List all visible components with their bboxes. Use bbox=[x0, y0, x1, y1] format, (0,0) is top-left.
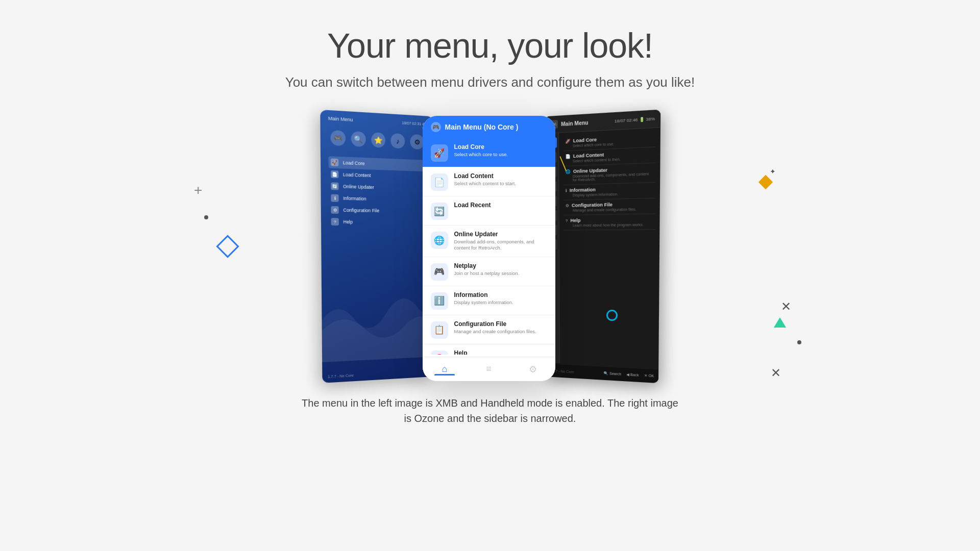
phone-item-loadcontent[interactable]: 📄 Load Content Select which content to s… bbox=[423, 167, 555, 196]
phone-item-info[interactable]: ℹ️ Information Display system informatio… bbox=[423, 286, 555, 315]
phone-item-title-loadrecent: Load Recent bbox=[454, 202, 491, 209]
phone-item-icon-loadcontent: 📄 bbox=[431, 173, 448, 191]
xmb-icon-gamepad: 🎮 bbox=[330, 130, 345, 146]
phone-screen: 🎮 Main Menu (No Core ) 🚀 Load Core Selec… bbox=[423, 116, 555, 381]
ozone-item-title-help: Help bbox=[570, 218, 580, 223]
xmb-item-icon-loadcore: 🚀 bbox=[330, 159, 338, 166]
deco-plus-1: + bbox=[194, 182, 202, 198]
xmb-item-icon-info: ℹ bbox=[331, 194, 338, 202]
xmb-item-icon-updater: 🔄 bbox=[331, 182, 338, 190]
phone-bottom-nav: ⌂ ≡ ⚙ bbox=[423, 357, 555, 381]
xmb-icon-settings: ⚙ bbox=[410, 134, 424, 149]
ozone-footer-ok[interactable]: ✕ OK bbox=[644, 373, 654, 378]
ozone-screen: 🎮 Main Menu 18/07 02:46 🔋 38% 🎮 ⚙ ⭐ 🕐 🖼 … bbox=[544, 110, 660, 384]
page-content: Your menu, your look! You can switch bet… bbox=[0, 0, 980, 426]
deco-diamond-outline bbox=[216, 235, 239, 258]
xmb-item-label-help: Help bbox=[343, 219, 353, 225]
ozone-item-title-loadcore: Load Core bbox=[573, 137, 596, 143]
xmb-item-label-loadcontent: Load Content bbox=[342, 172, 371, 178]
phone-item-loadcore[interactable]: 🚀 Load Core Select which core to use. bbox=[423, 138, 555, 167]
phone-item-title-loadcore: Load Core bbox=[454, 143, 508, 151]
phone-item-sub-config: Manage and create configuration files. bbox=[454, 329, 536, 335]
phone-item-icon-help: ❓ bbox=[431, 350, 448, 355]
ozone-item-icon-config: ⚙ bbox=[565, 203, 569, 208]
phone-item-icon-updater: 🌐 bbox=[431, 232, 448, 249]
deco-diamond-filled bbox=[758, 175, 773, 189]
xmb-title: Main Menu bbox=[328, 116, 353, 122]
deco-x-1: ✕ bbox=[781, 299, 791, 314]
ozone-body: 🎮 ⚙ ⭐ 🕐 🖼 ♪ 🎧 + 🚀 Load Core Se bbox=[544, 128, 660, 368]
phone-nav-settings-icon[interactable]: ⚙ bbox=[527, 363, 539, 375]
ozone-title: Main Menu bbox=[561, 119, 588, 127]
deco-triangle-1 bbox=[774, 317, 786, 328]
phone-item-icon-info: ℹ️ bbox=[431, 292, 448, 310]
ozone-item-icon-info: ℹ bbox=[565, 188, 567, 193]
ozone-item-config[interactable]: ⚙ Configuration File Manage and create c… bbox=[563, 198, 655, 215]
phone-item-sub-info: Display system information. bbox=[454, 299, 513, 306]
phone-item-icon-netplay: 🎮 bbox=[431, 263, 448, 281]
ozone-menu: 🚀 Load Core Select which core to use. 📄 … bbox=[559, 128, 660, 368]
ozone-item-icon-help: ? bbox=[565, 218, 568, 223]
ozone-item-updater[interactable]: 🌐 Online Updater Download add-ons, compo… bbox=[563, 163, 655, 186]
ozone-item-icon-updater: 🌐 bbox=[565, 169, 570, 174]
phone-item-title-help: Help bbox=[454, 349, 546, 355]
xmb-time: 18/07 02:31 45 bbox=[402, 121, 426, 126]
ozone-item-icon-loadcore: 🚀 bbox=[565, 139, 570, 144]
xmb-icon-music: ♪ bbox=[390, 133, 405, 148]
phone-item-title-loadcontent: Load Content bbox=[454, 172, 516, 180]
phone-item-help[interactable]: ❓ Help Learn more about how the program … bbox=[423, 344, 555, 355]
phone-item-sub-loadcontent: Select which content to start. bbox=[454, 181, 516, 187]
phone-item-sub-netplay: Join or host a netplay session. bbox=[454, 270, 520, 277]
ozone-item-sub-help: Learn more about how the program works. bbox=[565, 223, 652, 228]
phone-item-title-info: Information bbox=[454, 291, 513, 298]
ozone-footer-back[interactable]: ◀ Back bbox=[626, 372, 639, 377]
phone-item-title-updater: Online Updater bbox=[454, 231, 547, 238]
phone-item-title-config: Configuration File bbox=[454, 320, 536, 328]
phone-nav-menu-icon[interactable]: ≡ bbox=[482, 363, 495, 375]
ozone-item-help[interactable]: ? Help Learn more about how the program … bbox=[563, 214, 655, 231]
caption: The menu in the left image is XMB and Ha… bbox=[299, 395, 681, 426]
phone-item-icon-loadcore: 🚀 bbox=[431, 144, 448, 162]
deco-dot-1 bbox=[204, 215, 208, 219]
ozone-item-icon-loadcontent: 📄 bbox=[565, 154, 570, 159]
ozone-footer-search[interactable]: 🔍 Search bbox=[603, 371, 621, 377]
page-title: Your menu, your look! bbox=[327, 26, 653, 65]
phone-item-icon-config: 📋 bbox=[431, 321, 448, 339]
phone-header: 🎮 Main Menu (No Core ) bbox=[423, 116, 555, 138]
xmb-item-icon-config: ⚙ bbox=[331, 206, 338, 214]
xmb-item-label-loadcore: Load Core bbox=[342, 160, 364, 166]
phone-item-netplay[interactable]: 🎮 Netplay Join or host a netplay session… bbox=[423, 257, 555, 286]
phone-item-sub-loadcore: Select which core to use. bbox=[454, 152, 508, 158]
xmb-wave bbox=[321, 277, 432, 362]
deco-x-2: ✕ bbox=[771, 366, 781, 380]
xmb-icons-row: 🎮 🔍 ⭐ ♪ ⚙ bbox=[328, 130, 426, 150]
ozone-time-battery: 18/07 02:46 🔋 38% bbox=[614, 116, 654, 123]
xmb-item-icon-help: ? bbox=[331, 218, 338, 226]
phone-item-updater[interactable]: 🌐 Online Updater Download add-ons, compo… bbox=[423, 226, 555, 257]
ozone-item-title-config: Configuration File bbox=[571, 202, 612, 208]
xmb-screen: Main Menu 18/07 02:31 45 🎮 🔍 ⭐ ♪ ⚙ 🚀 Loa… bbox=[320, 110, 433, 383]
phone-header-icon: 🎮 bbox=[431, 122, 441, 132]
phone-header-title: Main Menu (No Core ) bbox=[445, 123, 519, 131]
ozone-footer-buttons: 🔍 Search ◀ Back ✕ OK bbox=[603, 371, 654, 379]
page-subtitle: You can switch between menu drivers and … bbox=[285, 74, 695, 90]
xmb-item-config[interactable]: ⚙ Configuration File bbox=[329, 204, 426, 217]
xmb-item-icon-loadcontent: 📄 bbox=[330, 170, 338, 178]
phone-item-config[interactable]: 📋 Configuration File Manage and create c… bbox=[423, 315, 555, 344]
xmb-icon-star: ⭐ bbox=[371, 132, 385, 148]
deco-star: ✦ bbox=[770, 167, 776, 176]
xmb-item-label-updater: Online Updater bbox=[343, 184, 374, 190]
deco-dot-2 bbox=[797, 340, 801, 344]
xmb-item-help[interactable]: ? Help bbox=[329, 216, 426, 229]
xmb-item-label-info: Information bbox=[343, 195, 366, 201]
phone-item-loadrecent[interactable]: 🔄 Load Recent bbox=[423, 196, 555, 226]
ozone-item-info[interactable]: ℹ Information Display system information… bbox=[563, 183, 655, 201]
ozone-item-title-updater: Online Updater bbox=[573, 167, 607, 174]
ozone-item-title-info: Information bbox=[569, 187, 595, 193]
phone-item-sub-updater: Download add-ons, components, and conten… bbox=[454, 239, 547, 252]
xmb-icon-search: 🔍 bbox=[351, 131, 365, 147]
phone-item-icon-loadrecent: 🔄 bbox=[431, 203, 448, 220]
phone-nav-active-bar bbox=[434, 374, 455, 375]
xmb-item-label-config: Configuration File bbox=[343, 208, 379, 214]
phone-item-title-netplay: Netplay bbox=[454, 262, 520, 269]
